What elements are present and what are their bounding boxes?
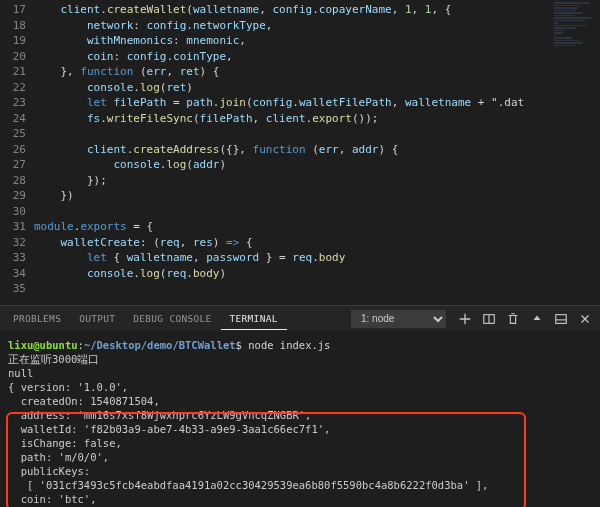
tab-problems[interactable]: PROBLEMS [4,308,70,329]
line-number-gutter: 17181920212223242526272829303132333435 [0,0,34,305]
code-area[interactable]: client.createWallet(walletname, config.c… [34,0,600,305]
maximize-panel-icon[interactable] [526,308,548,330]
split-terminal-icon[interactable] [478,308,500,330]
tab-output[interactable]: OUTPUT [70,308,124,329]
close-panel-icon[interactable] [574,308,596,330]
panel-actions: 1: node [351,308,596,330]
kill-terminal-icon[interactable] [502,308,524,330]
toggle-panel-icon[interactable] [550,308,572,330]
bottom-panel: PROBLEMS OUTPUT DEBUG CONSOLE TERMINAL 1… [0,305,600,507]
terminal-output[interactable]: lixu@ubuntu:~/Desktop/demo/BTCWallet$ no… [0,332,600,507]
panel-tab-bar: PROBLEMS OUTPUT DEBUG CONSOLE TERMINAL 1… [0,306,600,332]
tab-terminal[interactable]: TERMINAL [221,308,287,330]
terminal-selector[interactable]: 1: node [351,310,446,328]
tab-debug-console[interactable]: DEBUG CONSOLE [124,308,220,329]
editor-pane: 17181920212223242526272829303132333435 c… [0,0,600,305]
svg-rect-2 [556,314,567,323]
minimap[interactable] [552,0,600,305]
new-terminal-icon[interactable] [454,308,476,330]
